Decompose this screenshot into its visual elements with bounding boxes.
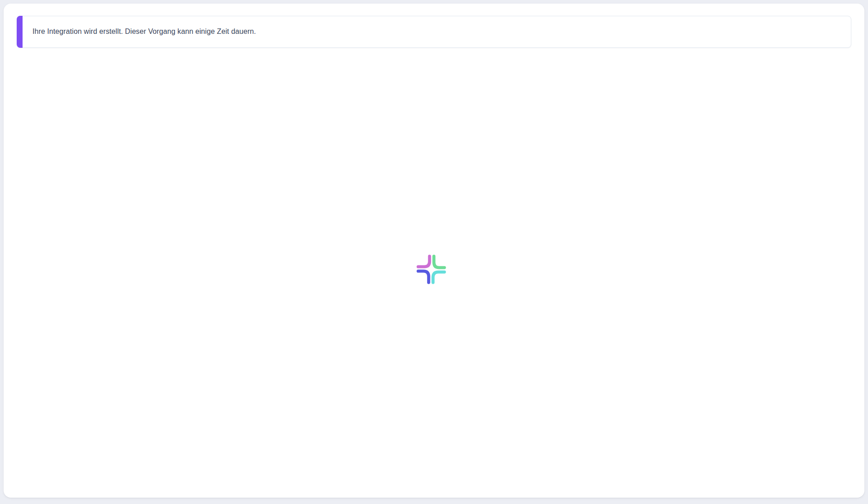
spinner-arm-bottom-left	[418, 271, 429, 282]
spinner-arm-top-right	[434, 256, 444, 268]
banner-accent-bar	[17, 16, 23, 48]
spinner-arm-top-left	[418, 256, 429, 267]
loading-spinner-icon	[416, 254, 446, 284]
spinner-arm-bottom-right	[433, 272, 444, 282]
main-panel: Ihre Integration wird erstellt. Dieser V…	[4, 4, 864, 498]
info-banner: Ihre Integration wird erstellt. Dieser V…	[17, 16, 851, 48]
banner-message: Ihre Integration wird erstellt. Dieser V…	[32, 27, 256, 37]
